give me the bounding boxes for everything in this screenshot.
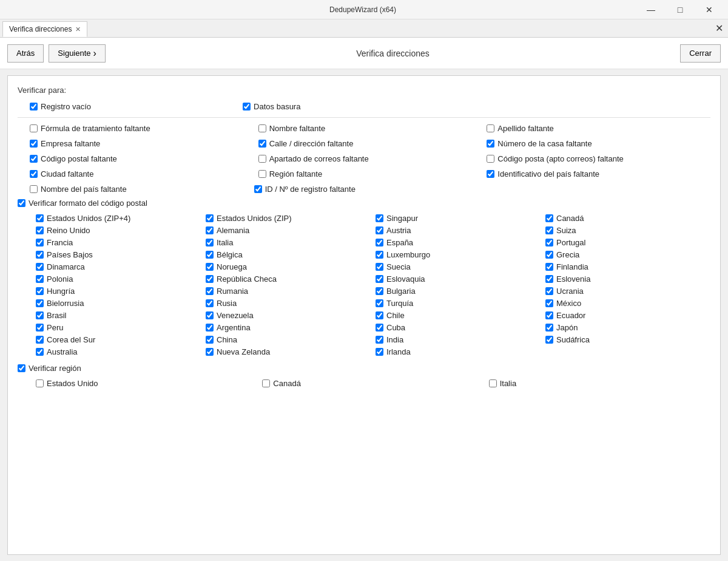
country-item[interactable]: Países Bajos bbox=[36, 250, 201, 259]
region-country-item[interactable]: Italia bbox=[489, 379, 710, 388]
country-item[interactable]: México bbox=[545, 299, 710, 308]
country-checkbox[interactable] bbox=[545, 324, 553, 332]
codigo-posta-checkbox[interactable] bbox=[487, 155, 494, 163]
tab-close-icon[interactable]: ✕ bbox=[75, 26, 81, 33]
country-checkbox[interactable] bbox=[36, 251, 44, 259]
country-item[interactable]: Suiza bbox=[545, 226, 710, 235]
country-checkbox[interactable] bbox=[206, 324, 214, 332]
country-item[interactable]: Cuba bbox=[376, 323, 541, 332]
country-item[interactable]: Canadá bbox=[545, 214, 710, 223]
country-item[interactable]: China bbox=[206, 335, 371, 344]
country-checkbox[interactable] bbox=[36, 239, 44, 246]
ciudad-item[interactable]: Ciudad faltante bbox=[30, 169, 254, 178]
datos-basura-checkbox[interactable] bbox=[243, 103, 251, 110]
nombre-checkbox[interactable] bbox=[258, 124, 266, 132]
country-item[interactable]: Polonia bbox=[36, 274, 201, 284]
codigo-postal-faltante-item[interactable]: Código postal faltante bbox=[30, 154, 254, 163]
country-checkbox[interactable] bbox=[206, 275, 214, 283]
country-item[interactable]: Irlanda bbox=[376, 347, 541, 356]
country-checkbox[interactable] bbox=[376, 275, 383, 283]
empresa-item[interactable]: Empresa faltante bbox=[30, 139, 254, 148]
country-item[interactable]: Finlandia bbox=[545, 262, 710, 271]
country-checkbox[interactable] bbox=[376, 239, 383, 246]
country-checkbox[interactable] bbox=[376, 263, 383, 271]
country-checkbox[interactable] bbox=[206, 287, 214, 295]
country-checkbox[interactable] bbox=[36, 348, 44, 356]
country-checkbox[interactable] bbox=[206, 226, 214, 234]
region-item[interactable]: Región faltante bbox=[258, 169, 482, 178]
country-checkbox[interactable] bbox=[376, 336, 383, 344]
codigo-posta-item[interactable]: Código posta (apto correos) faltante bbox=[487, 154, 710, 163]
country-item[interactable]: Sudáfrica bbox=[545, 335, 710, 344]
country-checkbox[interactable] bbox=[545, 214, 553, 222]
country-item[interactable]: Nueva Zelanda bbox=[206, 347, 371, 356]
country-checkbox[interactable] bbox=[206, 299, 214, 307]
codigo-postal-section-label[interactable]: Verificar formato del código postal bbox=[18, 199, 710, 208]
country-item[interactable]: Francia bbox=[36, 238, 201, 247]
app-close-button[interactable]: ✕ bbox=[695, 0, 723, 19]
identificativo-checkbox[interactable] bbox=[487, 170, 494, 178]
registro-vacio-checkbox[interactable] bbox=[30, 103, 38, 110]
country-checkbox[interactable] bbox=[545, 263, 553, 271]
country-checkbox[interactable] bbox=[36, 275, 44, 283]
country-item[interactable]: Eslovaquia bbox=[376, 274, 541, 284]
country-checkbox[interactable] bbox=[545, 311, 553, 319]
window-close-button[interactable]: ✕ bbox=[710, 19, 728, 37]
country-item[interactable]: Reino Unido bbox=[36, 226, 201, 235]
codigo-postal-faltante-checkbox[interactable] bbox=[30, 155, 38, 163]
verifica-direcciones-tab[interactable]: Verifica direcciones ✕ bbox=[2, 21, 87, 37]
datos-basura-item[interactable]: Datos basura bbox=[243, 102, 300, 111]
country-checkbox[interactable] bbox=[376, 251, 383, 259]
region-country-checkbox[interactable] bbox=[489, 379, 497, 387]
country-item[interactable]: Venezuela bbox=[206, 311, 371, 320]
country-item[interactable]: Hungría bbox=[36, 287, 201, 296]
country-item[interactable]: Japón bbox=[545, 323, 710, 332]
country-checkbox[interactable] bbox=[206, 239, 214, 246]
country-item[interactable]: Estados Unidos (ZIP+4) bbox=[36, 214, 201, 223]
country-checkbox[interactable] bbox=[376, 287, 383, 295]
codigo-postal-main-checkbox[interactable] bbox=[18, 199, 25, 207]
country-item[interactable]: Dinamarca bbox=[36, 262, 201, 271]
apellido-checkbox[interactable] bbox=[487, 124, 494, 132]
numero-casa-item[interactable]: Número de la casa faltante bbox=[487, 139, 710, 148]
country-checkbox[interactable] bbox=[36, 287, 44, 295]
country-checkbox[interactable] bbox=[545, 299, 553, 307]
region-country-item[interactable]: Canadá bbox=[262, 379, 484, 388]
country-checkbox[interactable] bbox=[206, 348, 214, 356]
country-item[interactable]: Austria bbox=[376, 226, 541, 235]
country-checkbox[interactable] bbox=[376, 299, 383, 307]
apellido-item[interactable]: Apellido faltante bbox=[487, 124, 710, 133]
country-item[interactable]: Ucrania bbox=[545, 287, 710, 296]
country-item[interactable]: Suecia bbox=[376, 262, 541, 271]
apartado-checkbox[interactable] bbox=[258, 155, 266, 163]
country-item[interactable]: Grecia bbox=[545, 250, 710, 259]
country-item[interactable]: Turquía bbox=[376, 299, 541, 308]
country-checkbox[interactable] bbox=[545, 287, 553, 295]
country-checkbox[interactable] bbox=[36, 226, 44, 234]
country-item[interactable]: Bélgica bbox=[206, 250, 371, 259]
identificativo-item[interactable]: Identificativo del país faltante bbox=[487, 169, 710, 178]
next-button[interactable]: Siguiente › bbox=[49, 44, 106, 63]
region-checkbox[interactable] bbox=[258, 170, 266, 178]
country-checkbox[interactable] bbox=[36, 311, 44, 319]
country-checkbox[interactable] bbox=[376, 324, 383, 332]
country-item[interactable]: Alemania bbox=[206, 226, 371, 235]
maximize-button[interactable]: □ bbox=[666, 0, 694, 19]
verificar-region-label[interactable]: Verificar región bbox=[18, 364, 710, 373]
country-item[interactable]: Peru bbox=[36, 323, 201, 332]
country-item[interactable]: Brasil bbox=[36, 311, 201, 320]
ciudad-checkbox[interactable] bbox=[30, 170, 38, 178]
id-registro-item[interactable]: ID / Nº de registro faltante bbox=[254, 185, 356, 194]
country-checkbox[interactable] bbox=[545, 336, 553, 344]
country-item[interactable]: Singapur bbox=[376, 214, 541, 223]
country-checkbox[interactable] bbox=[36, 263, 44, 271]
country-item[interactable]: Bielorrusia bbox=[36, 299, 201, 308]
country-item[interactable]: Italia bbox=[206, 238, 371, 247]
close-button[interactable]: Cerrar bbox=[680, 44, 721, 63]
empresa-checkbox[interactable] bbox=[30, 140, 38, 148]
country-checkbox[interactable] bbox=[376, 348, 383, 356]
country-item[interactable]: Noruega bbox=[206, 262, 371, 271]
country-item[interactable]: España bbox=[376, 238, 541, 247]
country-item[interactable]: Ecuador bbox=[545, 311, 710, 320]
country-checkbox[interactable] bbox=[36, 299, 44, 307]
